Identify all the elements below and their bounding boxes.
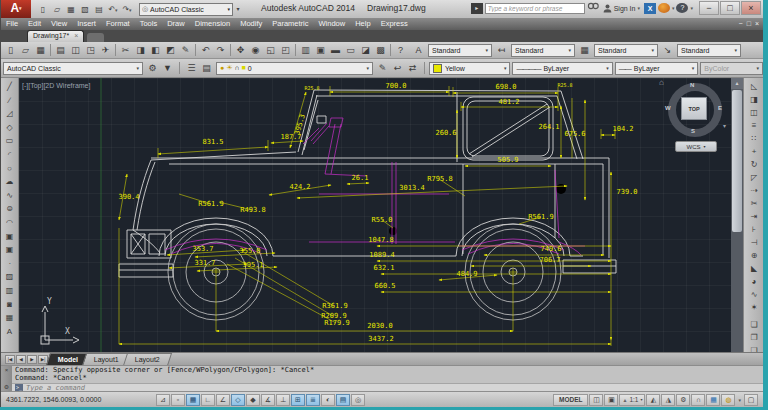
- object-snap-toggle[interactable]: ◇: [231, 394, 245, 406]
- move-icon[interactable]: +: [748, 145, 761, 158]
- viewcube-east[interactable]: E: [718, 105, 722, 111]
- plot-preview-icon[interactable]: ◫: [68, 43, 83, 58]
- multileader-style-combo[interactable]: Standard▾: [677, 44, 741, 57]
- text-style-combo[interactable]: Standard▾: [428, 44, 492, 57]
- command-close-icon[interactable]: ×: [5, 367, 9, 373]
- copy-icon[interactable]: ◨: [748, 93, 761, 106]
- scale-icon[interactable]: ◸: [748, 171, 761, 184]
- sun-icon[interactable]: ☀: [226, 64, 232, 71]
- break-at-point-icon[interactable]: ⊦: [748, 223, 761, 236]
- paste-icon[interactable]: ◧: [148, 43, 163, 58]
- design-center-icon[interactable]: ▣: [313, 43, 328, 58]
- infocenter-toggle-button[interactable]: ▸: [471, 3, 483, 14]
- markup-icon[interactable]: ◪: [358, 43, 373, 58]
- 3d-object-snap-toggle[interactable]: ◆: [246, 394, 260, 406]
- line-icon[interactable]: ╱: [3, 80, 16, 94]
- new-icon[interactable]: ▯: [3, 43, 18, 58]
- workspace-settings-icon[interactable]: ⚙: [145, 61, 160, 76]
- dimension-style-combo[interactable]: Standard▾: [511, 44, 575, 57]
- mdi-minimize-button[interactable]: −: [739, 18, 743, 30]
- break-icon[interactable]: ⊣: [748, 236, 761, 249]
- object-snap-tracking-toggle[interactable]: ∡: [261, 394, 275, 406]
- menu-express[interactable]: Express: [376, 18, 413, 30]
- sheet-set-manager-icon[interactable]: ▭: [343, 43, 358, 58]
- view-cube[interactable]: ⌂ N W E S TOP ▾ WCS ▾: [661, 80, 731, 154]
- table-icon[interactable]: ▦: [3, 311, 16, 325]
- table-style-combo[interactable]: Standard▾: [594, 44, 658, 57]
- erase-icon[interactable]: ◺: [748, 80, 761, 93]
- make-block-icon[interactable]: ▣: [3, 243, 16, 257]
- status-menu-caret[interactable]: ▾: [736, 397, 743, 403]
- scroll-up-icon[interactable]: ▲: [731, 78, 743, 89]
- text-style-icon[interactable]: A: [411, 43, 426, 58]
- bring-to-front-icon[interactable]: ❏: [748, 318, 761, 331]
- mirror-icon[interactable]: ◫: [748, 106, 761, 119]
- application-menu-button[interactable]: A▾: [1, 0, 31, 18]
- layer-previous-icon[interactable]: ↩: [390, 61, 405, 76]
- quick-properties-toggle[interactable]: ▤: [336, 394, 350, 406]
- multileader-style-icon[interactable]: ↘: [660, 43, 675, 58]
- point-icon[interactable]: ∙: [3, 257, 16, 271]
- paste-special-icon[interactable]: ◩: [163, 43, 178, 58]
- search-icon[interactable]: [587, 2, 599, 14]
- trusted-sources-icon[interactable]: ◍: [721, 394, 735, 406]
- publish-icon[interactable]: ◳: [83, 43, 98, 58]
- properties-icon[interactable]: ▥: [298, 43, 313, 58]
- linetype-combo[interactable]: ———— ByLayer ▾: [512, 62, 612, 75]
- multiline-text-icon[interactable]: A: [3, 325, 16, 339]
- zoom-window-icon[interactable]: ◱: [263, 43, 278, 58]
- zoom-previous-icon[interactable]: ◰: [278, 43, 293, 58]
- clean-screen-button[interactable]: ▢: [744, 394, 758, 406]
- viewport-controls[interactable]: [-][Top][2D Wireframe]: [22, 82, 90, 89]
- close-tab-icon[interactable]: ×: [74, 31, 78, 42]
- viewcube-home-icon[interactable]: ⌂: [659, 78, 664, 87]
- hardware-acceleration-icon[interactable]: ▦: [706, 394, 720, 406]
- quick-view-layouts-icon[interactable]: ◫: [589, 394, 603, 406]
- menu-file[interactable]: File: [1, 18, 23, 30]
- help-icon[interactable]: ?: [393, 43, 408, 58]
- menu-tools[interactable]: Tools: [135, 18, 163, 30]
- menu-view[interactable]: View: [46, 18, 72, 30]
- close-button[interactable]: ×: [741, 1, 761, 15]
- first-tab-button[interactable]: |◀: [5, 355, 15, 364]
- join-icon[interactable]: ⊕: [748, 249, 761, 262]
- layer-combo[interactable]: ●☀∩■ 0 ▾: [216, 62, 373, 75]
- explode-icon[interactable]: ✶: [748, 301, 761, 314]
- tab-layout2[interactable]: Layout2: [123, 353, 172, 366]
- etransmit-icon[interactable]: ✈: [98, 43, 113, 58]
- ellipse-icon[interactable]: ⊜: [3, 202, 16, 216]
- polyline-icon[interactable]: ◿: [3, 107, 16, 121]
- prev-tab-button[interactable]: ◀: [16, 355, 26, 364]
- redo-icon[interactable]: ↷: [213, 43, 228, 58]
- save-workspace-icon[interactable]: ▼: [160, 61, 175, 76]
- viewcube-west[interactable]: W: [665, 105, 671, 111]
- plot-icon[interactable]: ▤: [92, 3, 106, 16]
- minimize-button[interactable]: −: [699, 1, 719, 15]
- revision-cloud-icon[interactable]: ☁: [3, 175, 16, 189]
- model-space-button[interactable]: MODEL: [553, 394, 588, 406]
- extend-icon[interactable]: ⇥: [748, 210, 761, 223]
- layer-properties-manager-icon[interactable]: ☰: [184, 61, 199, 76]
- annotation-visibility-icon[interactable]: ◭: [646, 394, 660, 406]
- workspace-combo[interactable]: ◎ AutoCAD Classic ▾: [139, 3, 233, 16]
- save-icon[interactable]: ▦: [33, 43, 48, 58]
- make-object-layer-current-icon[interactable]: ✎: [375, 61, 390, 76]
- workspace-switching-icon[interactable]: ⚙: [676, 394, 690, 406]
- circle-icon[interactable]: ○: [3, 162, 16, 176]
- autoscale-icon[interactable]: ◮: [661, 394, 675, 406]
- undo-icon[interactable]: ↶▾: [106, 3, 120, 16]
- dynamic-input-toggle[interactable]: ⊞: [291, 394, 305, 406]
- array-icon[interactable]: ∷: [748, 132, 761, 145]
- save-as-icon[interactable]: ▧: [78, 3, 92, 16]
- layer-translate-icon[interactable]: ⇄: [405, 61, 420, 76]
- polar-tracking-toggle[interactable]: ∠: [216, 394, 230, 406]
- stretch-icon[interactable]: ⇢: [748, 184, 761, 197]
- viewcube-north[interactable]: N: [690, 82, 694, 88]
- spline-icon[interactable]: ∿: [3, 189, 16, 203]
- lineweight-combo[interactable]: —— ByLayer ▾: [615, 62, 698, 75]
- color-combo[interactable]: Yellow ▾: [429, 62, 511, 75]
- selection-cycling-toggle[interactable]: ◎: [351, 394, 365, 406]
- open-icon[interactable]: ▱: [18, 43, 33, 58]
- plot-icon[interactable]: ▤: [53, 43, 68, 58]
- viewcube-menu-caret[interactable]: ▾: [723, 122, 726, 129]
